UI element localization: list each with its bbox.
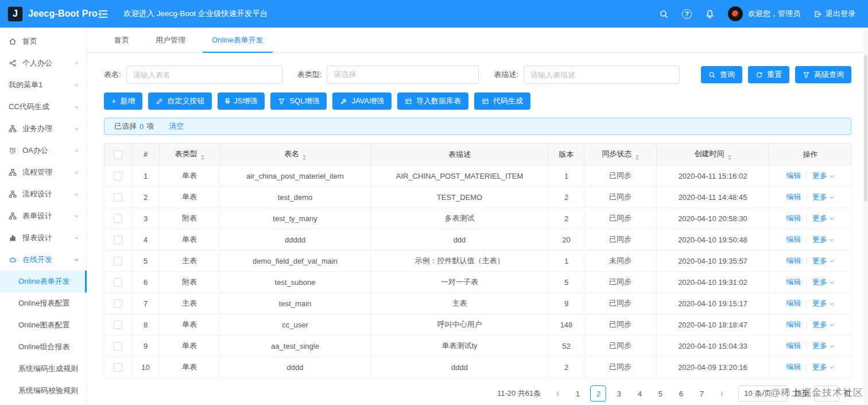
add-button[interactable]: +新增 [104, 92, 142, 110]
sql-enhance-button[interactable]: SQL增强 [270, 92, 327, 110]
table-type-select[interactable]: 请选择 [327, 65, 479, 84]
row-checkbox[interactable] [114, 257, 122, 265]
prev-page-button[interactable] [550, 385, 565, 402]
cell-type: 主表 [160, 250, 220, 272]
jump-page-input[interactable] [814, 385, 839, 402]
edit-link[interactable]: 编辑 [786, 214, 801, 222]
edit-link[interactable]: 编辑 [786, 235, 801, 244]
more-dropdown[interactable]: 更多 [812, 214, 827, 222]
sidebar-item-home[interactable]: 首页 [0, 30, 87, 52]
query-button[interactable]: 查询 [701, 66, 742, 83]
edit-link[interactable]: 编辑 [786, 256, 801, 265]
menu-fold-button[interactable] [98, 9, 108, 20]
more-dropdown[interactable]: 更多 [812, 299, 827, 307]
page-button-4[interactable]: 4 [631, 385, 648, 402]
sidebar-subitem-code-gen-rule[interactable]: 系统编码生成规则 [0, 358, 87, 380]
col-name[interactable]: 表名 [220, 144, 371, 165]
bar-chart-icon [9, 234, 17, 242]
row-checkbox[interactable] [114, 299, 122, 308]
sidebar-subitem-online-chart-config[interactable]: Online图表配置 [0, 314, 87, 336]
custom-button-button[interactable]: 自定义按钮 [148, 92, 212, 110]
table-desc-input[interactable] [524, 65, 680, 84]
chevron-down-icon [829, 237, 835, 243]
sidebar-item-oa-office[interactable]: OA办公 [0, 140, 87, 161]
more-dropdown[interactable]: 更多 [812, 277, 827, 286]
cell-name: cc_user [220, 314, 371, 335]
edit-link[interactable]: 编辑 [786, 320, 801, 329]
user-menu[interactable]: 欢迎您，管理员 [728, 6, 800, 21]
edit-link[interactable]: 编辑 [786, 341, 801, 350]
sidebar-item-report-design[interactable]: 报表设计 [0, 227, 87, 249]
advanced-query-button[interactable]: 高级查询 [795, 66, 851, 83]
more-dropdown[interactable]: 更多 [812, 192, 827, 201]
more-dropdown[interactable]: 更多 [812, 256, 827, 265]
row-checkbox[interactable] [114, 321, 122, 329]
sidebar-item-my-menu1[interactable]: 我的菜单1 [0, 74, 87, 96]
sidebar-subitem-online-report-config[interactable]: Online报表配置 [0, 292, 87, 314]
notifications-button[interactable] [705, 9, 715, 19]
more-dropdown[interactable]: 更多 [812, 235, 827, 244]
col-type[interactable]: 表类型 [160, 144, 220, 165]
logout-button[interactable]: 退出登录 [813, 9, 855, 19]
next-page-button[interactable] [714, 385, 729, 402]
search-button[interactable] [659, 9, 669, 19]
sidebar-subitem-code-check-rule[interactable]: 系统编码校验规则 [0, 380, 87, 402]
help-button[interactable]: ? [682, 9, 692, 19]
edit-link[interactable]: 编辑 [786, 171, 801, 180]
sidebar-item-personal-office[interactable]: 个人办公 [0, 52, 87, 74]
pagination: 11-20 共61条 1 2 3 4 5 6 7 10 条/页 跳至 页 [104, 385, 851, 402]
select-all-header [104, 144, 132, 165]
edit-link[interactable]: 编辑 [786, 277, 801, 286]
row-checkbox[interactable] [114, 172, 122, 180]
cell-version: 2 [549, 357, 584, 378]
cluster-icon [9, 190, 17, 198]
col-sync[interactable]: 同步状态 [584, 144, 657, 165]
clear-selection-link[interactable]: 清空 [169, 121, 184, 132]
cell-index: 2 [132, 187, 160, 208]
page-button-5[interactable]: 5 [652, 385, 668, 402]
row-checkbox[interactable] [114, 193, 122, 202]
java-enhance-button[interactable]: JAVA增强 [332, 92, 392, 110]
sidebar-item-cc-codegen[interactable]: CC代码生成 [0, 96, 87, 118]
sidebar-item-business[interactable]: 业务办理 [0, 118, 87, 140]
edit-link[interactable]: 编辑 [786, 192, 801, 201]
page-button-2-active[interactable]: 2 [590, 385, 606, 402]
tab-user-mgmt[interactable]: 用户管理 [146, 28, 195, 52]
scrollbar-thumb[interactable] [864, 55, 867, 202]
sidebar-item-process-mgmt[interactable]: 流程管理 [0, 161, 87, 183]
more-dropdown[interactable]: 更多 [812, 341, 827, 350]
more-dropdown[interactable]: 更多 [812, 171, 827, 180]
page-button-1[interactable]: 1 [569, 385, 586, 402]
page-button-7[interactable]: 7 [693, 385, 710, 402]
row-checkbox[interactable] [114, 278, 122, 287]
row-checkbox[interactable] [114, 236, 122, 244]
cell-version: 20 [549, 229, 584, 250]
sidebar-subitem-online-combo-report[interactable]: Online组合报表 [0, 336, 87, 358]
row-checkbox[interactable] [114, 342, 122, 350]
tab-online-form-dev[interactable]: Online表单开发 [203, 28, 273, 52]
table-name-input[interactable] [126, 65, 282, 84]
app-logo[interactable]: J Jeecg-Boot Pro [0, 6, 92, 22]
sidebar-item-process-design[interactable]: 流程设计 [0, 183, 87, 205]
edit-link[interactable]: 编辑 [786, 299, 801, 307]
page-button-6[interactable]: 6 [673, 385, 689, 402]
sidebar-item-form-design[interactable]: 表单设计 [0, 205, 87, 227]
cell-name: test_subone [220, 272, 371, 293]
sidebar-item-online-dev[interactable]: 在线开发 [0, 249, 87, 271]
row-checkbox[interactable] [114, 363, 122, 372]
select-all-checkbox[interactable] [114, 151, 122, 159]
js-enhance-button[interactable]: SJS增强 [218, 92, 265, 110]
col-created[interactable]: 创建时间 [657, 144, 769, 165]
reset-button[interactable]: 重置 [748, 66, 789, 83]
sidebar-subitem-online-form-dev[interactable]: Online表单开发 [0, 271, 87, 292]
row-checkbox[interactable] [114, 214, 122, 223]
page-button-3[interactable]: 3 [611, 385, 627, 402]
edit-link[interactable]: 编辑 [786, 362, 801, 371]
more-dropdown[interactable]: 更多 [812, 362, 827, 371]
code-gen-button[interactable]: 代码生成 [474, 92, 530, 110]
tab-home[interactable]: 首页 [105, 28, 138, 52]
cell-actions: 编辑|更多 [769, 229, 852, 250]
import-db-table-button[interactable]: 导入数据库表 [397, 92, 468, 110]
page-size-select[interactable]: 10 条/页 [738, 385, 788, 402]
more-dropdown[interactable]: 更多 [812, 320, 827, 329]
